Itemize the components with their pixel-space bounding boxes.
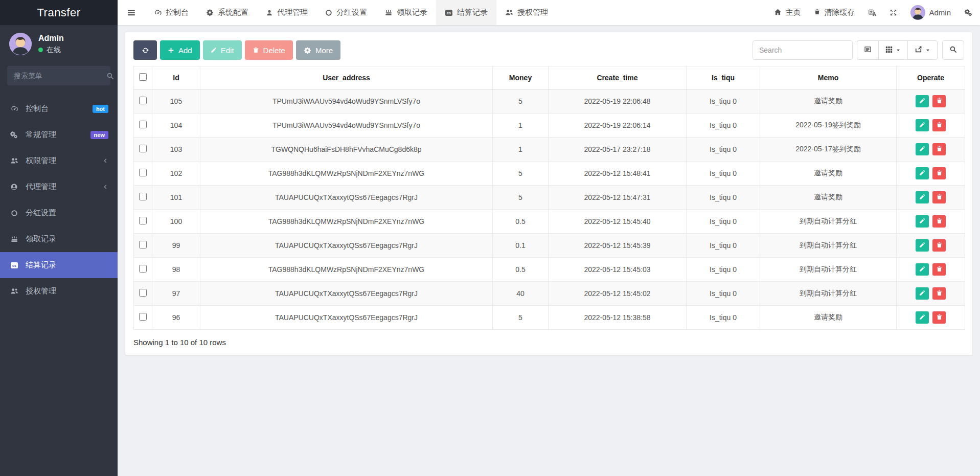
export-button[interactable] — [907, 40, 938, 60]
row-delete-button[interactable] — [932, 191, 946, 203]
row-edit-button[interactable] — [916, 191, 929, 203]
sidebar-item-label: 授权管理 — [26, 286, 56, 296]
avatar — [910, 5, 925, 20]
cell-is-tiqu: Is_tiqu 0 — [687, 114, 760, 138]
cell-memo: 邀请奖励 — [760, 306, 897, 330]
menu-icon[interactable] — [118, 0, 145, 25]
sidebar-item-dividend[interactable]: 分红设置 — [0, 200, 118, 226]
toggle-search-button[interactable] — [942, 40, 964, 60]
row-checkbox[interactable] — [139, 265, 147, 273]
row-checkbox[interactable] — [139, 145, 147, 152]
profile-name: Admin — [38, 34, 64, 43]
row-delete-button[interactable] — [932, 287, 946, 300]
user-menu[interactable]: Admin — [910, 5, 951, 20]
row-checkbox[interactable] — [139, 241, 147, 248]
cell-user-address: TAUAPUCUQxTXaxxytQSs67Eegagcs7RgrJ — [200, 282, 493, 306]
trash-icon — [814, 8, 821, 17]
nav-tab-dividend[interactable]: 分红设置 — [316, 0, 376, 25]
row-edit-button[interactable] — [916, 143, 929, 155]
row-edit-button[interactable] — [916, 239, 929, 252]
row-delete-button[interactable] — [932, 239, 946, 252]
nav-tab-collect[interactable]: 领取记录 — [376, 0, 436, 25]
sidebar-search-input[interactable] — [14, 72, 106, 80]
select-all-checkbox[interactable] — [139, 73, 147, 81]
table-row: 104 TPUmU3iWAAUv594vd4oWud9YSnmLVSfy7o 1… — [134, 114, 965, 138]
sidebar-item-label: 控制台 — [26, 104, 49, 114]
row-delete-button[interactable] — [932, 119, 946, 131]
sidebar-item-collect[interactable]: 领取记录 — [0, 226, 118, 252]
sidebar-item-dashboard[interactable]: 控制台 hot — [0, 96, 118, 122]
row-edit-button[interactable] — [916, 311, 929, 324]
app-title: Transfer — [0, 0, 118, 25]
row-edit-button[interactable] — [916, 95, 929, 107]
row-edit-button[interactable] — [916, 167, 929, 179]
row-edit-button[interactable] — [916, 287, 929, 300]
trash-icon — [936, 265, 943, 274]
table-search-input[interactable] — [753, 40, 853, 60]
cell-operate — [897, 210, 965, 234]
grid-icon — [885, 46, 893, 55]
sidebar-item-general[interactable]: 常规管理 new — [0, 122, 118, 148]
column-header-is_tiqu: Is_tiqu — [687, 66, 760, 89]
row-delete-button[interactable] — [932, 263, 946, 276]
fullscreen-icon[interactable] — [890, 9, 897, 16]
refresh-button[interactable] — [133, 40, 157, 60]
data-table: IdUser_addressMoneyCreate_timeIs_tiquMem… — [133, 66, 965, 330]
sidebar-item-permission[interactable]: 权限管理 — [0, 148, 118, 174]
pencil-icon — [919, 122, 925, 129]
row-checkbox[interactable] — [139, 121, 147, 128]
row-delete-button[interactable] — [932, 167, 946, 179]
row-delete-button[interactable] — [932, 311, 946, 324]
row-delete-button[interactable] — [932, 95, 946, 107]
trash-icon — [936, 241, 943, 250]
nav-tab-label: 代理管理 — [277, 8, 308, 17]
gears-icon[interactable] — [964, 9, 973, 16]
delete-button[interactable]: Delete — [245, 40, 293, 60]
sidebar-item-agent[interactable]: 代理管理 — [0, 174, 118, 200]
row-edit-button[interactable] — [916, 215, 929, 228]
cell-money: 0.5 — [493, 210, 549, 234]
home-link[interactable]: 主页 — [774, 8, 801, 17]
cell-operate — [897, 186, 965, 210]
users-icon — [9, 287, 19, 295]
gear-icon — [304, 47, 311, 54]
badge: hot — [93, 105, 108, 113]
sidebar-item-settlement[interactable]: cs 结算记录 — [0, 252, 118, 278]
clear-cache-link[interactable]: 清除缓存 — [814, 8, 855, 17]
cell-user-address: TGWQNQHu6haiFsDH8hFVvhaCMuCg8d6k8p — [200, 138, 493, 162]
circle-icon — [9, 210, 19, 217]
add-button[interactable]: Add — [160, 40, 200, 60]
cell-id: 96 — [152, 306, 200, 330]
circle-icon — [325, 9, 332, 16]
nav-tab-system-config[interactable]: 系统配置 — [197, 0, 257, 25]
row-edit-button[interactable] — [916, 263, 929, 276]
detail-view-button[interactable] — [857, 40, 878, 60]
cs-square-icon: cs — [445, 9, 453, 17]
language-icon[interactable] — [868, 9, 876, 17]
row-checkbox[interactable] — [139, 97, 147, 104]
pagination-summary: Showing 1 to 10 of 10 rows — [133, 338, 964, 347]
nav-tab-agent[interactable]: 代理管理 — [257, 0, 316, 25]
nav-tab-authorization[interactable]: 授权管理 — [496, 0, 557, 25]
nav-tab-dashboard[interactable]: 控制台 — [145, 0, 197, 25]
row-delete-button[interactable] — [932, 215, 946, 228]
row-delete-button[interactable] — [932, 143, 946, 155]
more-button[interactable]: More — [296, 40, 340, 60]
sidebar-item-authorization[interactable]: 授权管理 — [0, 278, 118, 304]
table-row: 105 TPUmU3iWAAUv594vd4oWud9YSnmLVSfy7o 5… — [134, 89, 965, 114]
row-checkbox[interactable] — [139, 313, 147, 321]
row-checkbox[interactable] — [139, 169, 147, 176]
cell-id: 100 — [152, 210, 200, 234]
cell-money: 5 — [493, 162, 549, 186]
trash-icon — [936, 193, 943, 202]
row-checkbox[interactable] — [139, 289, 147, 297]
cell-operate — [897, 114, 965, 138]
nav-tab-settlement[interactable]: cs 结算记录 — [436, 0, 496, 25]
columns-button[interactable] — [878, 40, 907, 60]
search-icon[interactable] — [106, 72, 114, 80]
row-edit-button[interactable] — [916, 119, 929, 131]
user-icon — [266, 9, 273, 16]
row-checkbox[interactable] — [139, 217, 147, 224]
row-checkbox[interactable] — [139, 193, 147, 200]
edit-button[interactable]: Edit — [203, 40, 242, 60]
